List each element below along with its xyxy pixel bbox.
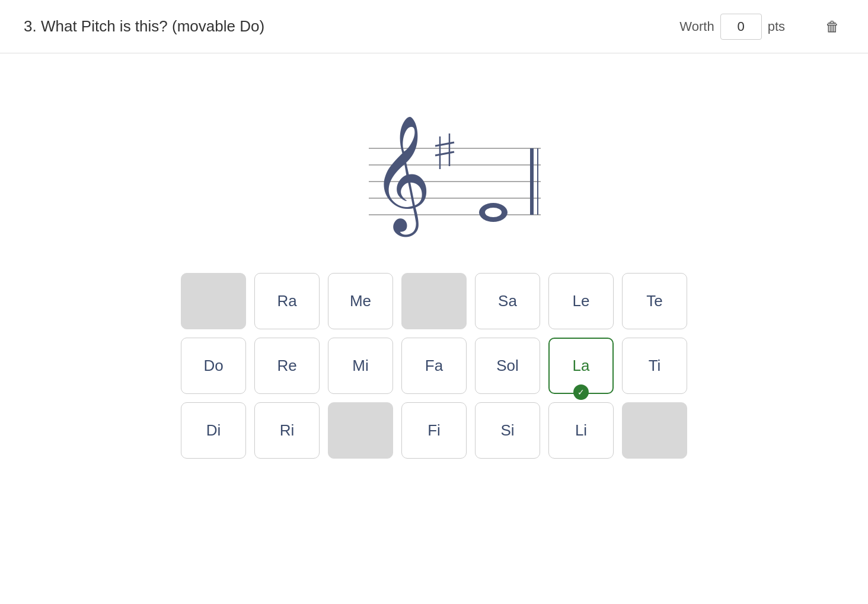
- btn-do[interactable]: Do: [181, 338, 246, 394]
- btn-re[interactable]: Re: [254, 338, 320, 394]
- buttons-row-3: Di Ri Fi Si Li: [181, 402, 687, 459]
- question-text: What Pitch is this? (movable Do): [41, 17, 264, 35]
- svg-text:𝄞: 𝄞: [372, 117, 431, 237]
- question-header: 3. What Pitch is this? (movable Do) Wort…: [0, 0, 868, 53]
- delete-icon: 🗑: [825, 18, 840, 34]
- music-staff: 𝄞: [309, 77, 559, 243]
- buttons-row-1: Ra Me Sa Le Te: [181, 273, 687, 329]
- question-number: 3.: [24, 17, 37, 35]
- question-title: 3. What Pitch is this? (movable Do): [24, 17, 679, 36]
- svg-line-10: [435, 152, 454, 155]
- btn-empty-4: [622, 402, 687, 459]
- btn-empty-1: [181, 273, 246, 329]
- btn-empty-2: [401, 273, 467, 329]
- btn-di[interactable]: Di: [181, 402, 246, 459]
- btn-sa[interactable]: Sa: [475, 273, 540, 329]
- btn-la[interactable]: La ✓: [548, 338, 614, 394]
- delete-button[interactable]: 🗑: [821, 14, 844, 40]
- check-badge: ✓: [573, 384, 589, 400]
- btn-ri[interactable]: Ri: [254, 402, 320, 459]
- btn-le[interactable]: Le: [548, 273, 614, 329]
- buttons-row-2: Do Re Mi Fa Sol La ✓ Ti: [181, 338, 687, 394]
- pts-label: pts: [768, 19, 785, 34]
- btn-si[interactable]: Si: [475, 402, 540, 459]
- svg-line-9: [435, 142, 454, 146]
- buttons-grid: Ra Me Sa Le Te Do Re Mi Fa Sol La ✓ Ti D…: [181, 273, 687, 459]
- btn-ra[interactable]: Ra: [254, 273, 320, 329]
- btn-empty-3: [328, 402, 393, 459]
- btn-te[interactable]: Te: [622, 273, 687, 329]
- worth-input[interactable]: [720, 14, 762, 40]
- btn-ti[interactable]: Ti: [622, 338, 687, 394]
- btn-sol[interactable]: Sol: [475, 338, 540, 394]
- btn-fi[interactable]: Fi: [401, 402, 467, 459]
- btn-li[interactable]: Li: [548, 402, 614, 459]
- btn-fa[interactable]: Fa: [401, 338, 467, 394]
- svg-point-12: [485, 208, 502, 217]
- staff-container: 𝄞: [309, 77, 559, 243]
- main-content: 𝄞 Ra Me Sa Le Te Do Re Mi Fa Sol La ✓ Ti: [0, 53, 868, 482]
- worth-label: Worth: [679, 19, 714, 34]
- btn-me[interactable]: Me: [328, 273, 393, 329]
- btn-mi[interactable]: Mi: [328, 338, 393, 394]
- worth-section: Worth pts: [679, 14, 785, 40]
